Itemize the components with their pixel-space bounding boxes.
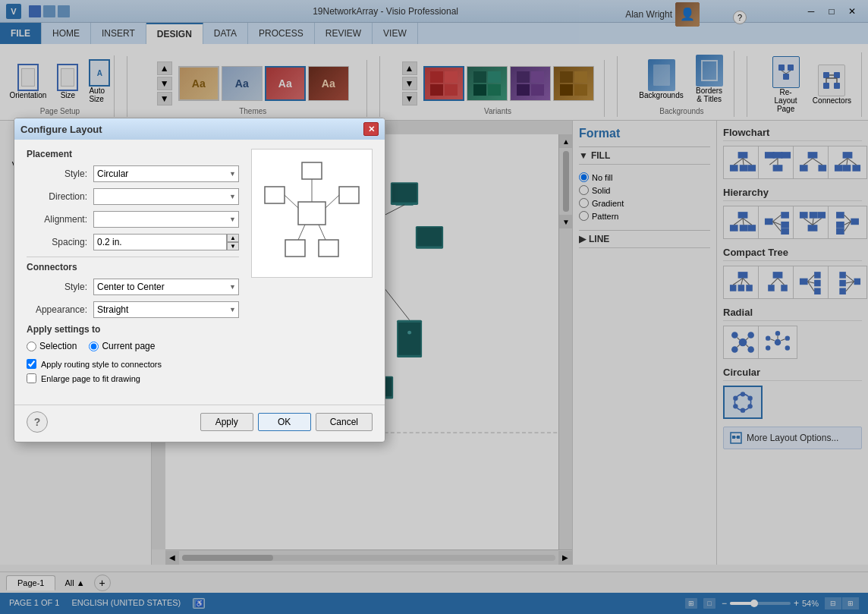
spacing-field: Spacing: ▲ ▼: [27, 234, 239, 250]
layout-preview: [251, 149, 373, 278]
spacing-up-button[interactable]: ▲: [227, 234, 239, 242]
selection-radio-label[interactable]: Selection: [27, 341, 77, 351]
dialog-close-button[interactable]: ✕: [363, 122, 379, 136]
enlarge-checkbox-row: Enlarge page to fit drawing: [27, 373, 239, 383]
spacing-input[interactable]: [93, 234, 227, 250]
apply-settings-row: Selection Current page: [27, 341, 239, 351]
alignment-label: Alignment:: [27, 214, 87, 225]
layout-preview-svg: [259, 156, 365, 270]
checkbox-area: Apply routing style to connectors Enlarg…: [27, 359, 239, 383]
direction-select-wrapper: [93, 188, 239, 205]
direction-select[interactable]: [93, 188, 239, 205]
appearance-label: Appearance:: [27, 304, 87, 315]
dialog-controls: Placement Style: Circular Hierarchical C…: [27, 149, 239, 383]
connector-style-label: Style:: [27, 282, 87, 292]
svg-rect-204: [259, 156, 365, 270]
selection-radio[interactable]: [27, 342, 36, 351]
appearance-wrapper: Straight Curved Orthogonal: [93, 301, 239, 318]
placement-section-title: Placement: [27, 149, 239, 159]
connectors-section: Connectors Style: Center to Center Right…: [27, 257, 239, 318]
connector-style-wrapper: Center to Center Right Angle Straight: [93, 279, 239, 295]
direction-field: Direction:: [27, 188, 239, 205]
current-page-radio-label[interactable]: Current page: [89, 341, 155, 351]
routing-checkbox[interactable]: [27, 359, 36, 369]
dialog-body: Placement Style: Circular Hierarchical C…: [14, 140, 385, 401]
apply-button[interactable]: Apply: [200, 413, 253, 431]
appearance-select[interactable]: Straight Curved Orthogonal: [93, 301, 239, 318]
dialog-title-bar[interactable]: Configure Layout ✕: [14, 118, 385, 140]
dialog-footer: ? Apply OK Cancel: [14, 405, 385, 442]
routing-checkbox-row: Apply routing style to connectors: [27, 359, 239, 369]
dialog-main-row: Placement Style: Circular Hierarchical C…: [27, 149, 373, 383]
style-select-wrapper: Circular Hierarchical Compact Tree: [93, 165, 239, 182]
spacing-control: ▲ ▼: [93, 234, 239, 250]
style-select[interactable]: Circular Hierarchical Compact Tree: [93, 165, 239, 182]
alignment-field: Alignment:: [27, 211, 239, 228]
appearance-field: Appearance: Straight Curved Orthogonal: [27, 301, 239, 318]
dialog-help-button[interactable]: ?: [27, 411, 48, 433]
spacing-down-button[interactable]: ▼: [227, 242, 239, 250]
alignment-select[interactable]: [93, 211, 239, 228]
spacing-label: Spacing:: [27, 237, 87, 247]
connectors-section-title: Connectors: [27, 257, 239, 272]
ok-button[interactable]: OK: [258, 413, 311, 431]
direction-label: Direction:: [27, 191, 87, 202]
configure-layout-dialog: Configure Layout ✕ Placement Style: Circ…: [14, 118, 385, 442]
connector-style-field: Style: Center to Center Right Angle Stra…: [27, 279, 239, 295]
current-page-label: Current page: [102, 341, 155, 351]
style-label: Style:: [27, 168, 87, 179]
enlarge-label: Enlarge page to fit drawing: [41, 374, 140, 383]
spacing-spinner: ▲ ▼: [227, 234, 239, 250]
connector-style-select[interactable]: Center to Center Right Angle Straight: [93, 279, 239, 295]
cancel-button[interactable]: Cancel: [316, 413, 373, 431]
routing-label: Apply routing style to connectors: [41, 360, 162, 369]
dialog-title: Configure Layout: [20, 124, 102, 135]
apply-settings-section: Apply settings to Selection Current page: [27, 324, 239, 351]
alignment-select-wrapper: [93, 211, 239, 228]
placement-style-field: Style: Circular Hierarchical Compact Tre…: [27, 165, 239, 182]
dialog-action-buttons: Apply OK Cancel: [200, 413, 373, 431]
current-page-radio[interactable]: [89, 342, 99, 351]
enlarge-checkbox[interactable]: [27, 373, 36, 383]
selection-label: Selection: [39, 341, 77, 351]
apply-settings-title: Apply settings to: [27, 324, 239, 335]
